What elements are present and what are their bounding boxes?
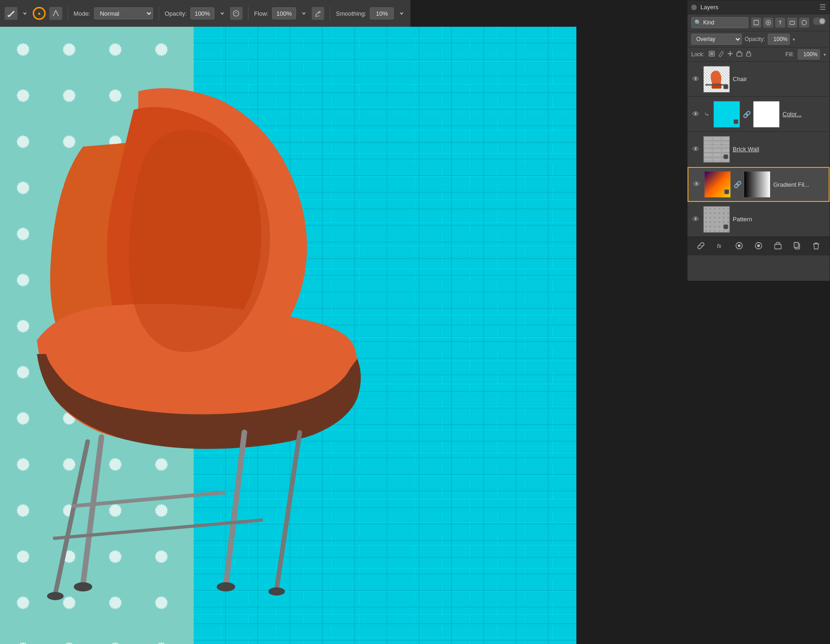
divider-2 (159, 6, 159, 20)
layer-visibility-color[interactable]: 👁 (691, 110, 700, 118)
brush-tool-icon[interactable] (5, 7, 18, 20)
toolbar: ● Mode: Normal Opacity: Flow: Smoot (0, 0, 410, 27)
svg-rect-29 (754, 20, 759, 25)
layer-chain-gradient: 🔗 (734, 181, 741, 188)
layer-name-pattern: Pattern (733, 216, 826, 223)
layer-smart-icon-pattern (723, 223, 729, 231)
brush-size-icon[interactable]: ● (33, 7, 46, 20)
layer-name-brickwall: Brick Wall (733, 146, 826, 153)
layer-row-color[interactable]: 👁 ⤷ 🔗 Color... (688, 97, 830, 132)
filter-toggle[interactable] (813, 18, 826, 25)
chair-svg (0, 54, 415, 631)
filter-adjustment-icon[interactable] (763, 18, 773, 28)
svg-rect-50 (723, 154, 728, 159)
layer-thumb-chair (703, 66, 730, 93)
opacity-value-input[interactable] (768, 34, 790, 45)
lock-paint-icon[interactable] (717, 50, 724, 59)
filter-pixel-icon[interactable] (751, 18, 761, 28)
svg-rect-32 (790, 21, 794, 24)
layer-row-brickwall[interactable]: 👁 Brick Wall (688, 132, 830, 167)
lock-artboard-icon[interactable] (736, 50, 743, 59)
svg-point-0 (7, 15, 9, 17)
chair-image (0, 54, 415, 631)
layer-visibility-pattern[interactable]: 👁 (691, 215, 700, 224)
lock-pixel-icon[interactable] (708, 50, 715, 59)
filter-icons: T (751, 18, 826, 28)
mode-label: Mode: (74, 10, 90, 17)
add-mask-icon[interactable] (752, 240, 765, 254)
layer-thumb-gradient (704, 171, 731, 198)
layer-visibility-gradient[interactable]: 👁 (692, 180, 701, 189)
kind-filter-input[interactable] (703, 19, 745, 26)
filter-smart-icon[interactable] (799, 18, 809, 28)
lock-position-icon[interactable] (727, 50, 734, 59)
layer-name-gradient: Gradient Fil... (773, 181, 825, 188)
svg-point-2 (315, 16, 317, 17)
layer-name-chair: Chair (733, 76, 826, 83)
layer-smart-icon-color (733, 118, 739, 126)
flow-menu-icon[interactable] (300, 7, 308, 20)
divider-1 (68, 6, 68, 20)
delete-layer-icon[interactable] (809, 240, 823, 254)
fill-chevron[interactable]: ▾ (824, 52, 826, 57)
svg-rect-36 (737, 53, 742, 56)
canvas-area[interactable] (0, 27, 576, 644)
brush-options-arrow[interactable] (21, 7, 30, 20)
svg-rect-37 (747, 53, 751, 56)
layer-smart-icon-gradient (724, 188, 729, 196)
duplicate-layer-icon[interactable] (790, 240, 804, 254)
svg-point-26 (268, 587, 285, 596)
svg-point-31 (767, 22, 769, 24)
layers-bottom-bar: fx (688, 237, 830, 255)
create-group-icon[interactable] (771, 240, 785, 254)
lock-all-icon[interactable] (745, 50, 752, 59)
layers-filter-bar: 🔍 T (688, 14, 830, 31)
brush-tip-icon[interactable] (49, 7, 62, 20)
layers-panel-menu-icon[interactable]: ☰ (819, 3, 826, 12)
svg-line-22 (277, 432, 300, 589)
svg-point-1 (233, 11, 239, 16)
divider-4 (330, 6, 330, 20)
svg-rect-35 (710, 52, 713, 55)
opacity-menu-icon[interactable] (218, 7, 226, 20)
blend-mode-select[interactable]: Overlay (691, 34, 742, 45)
kind-filter[interactable]: 🔍 (691, 17, 748, 28)
layer-thumb-pattern (703, 206, 730, 233)
layer-visibility-brickwall[interactable]: 👁 (691, 145, 700, 154)
layer-row-gradient[interactable]: 👁 🔗 Gradient Fil... (688, 167, 830, 202)
layer-mask-gradient (744, 171, 771, 198)
smoothing-input[interactable] (370, 7, 394, 19)
fill-value-input[interactable] (798, 49, 820, 59)
filter-type-icon[interactable]: T (775, 18, 785, 28)
layers-panel: Layers ☰ 🔍 T (687, 0, 830, 281)
layer-row-pattern[interactable]: 👁 Pattern (688, 202, 830, 237)
layers-blend-row: Overlay Opacity: ▾ (688, 31, 830, 47)
svg-rect-43 (711, 83, 721, 89)
flow-label: Flow: (254, 10, 268, 17)
airbrush-icon[interactable] (312, 7, 325, 20)
svg-rect-61 (775, 244, 781, 249)
layer-name-color: Color... (783, 111, 826, 118)
mode-select[interactable]: Normal (94, 7, 153, 19)
layer-chain-color: 🔗 (743, 111, 750, 118)
opacity-input[interactable] (190, 7, 214, 19)
lock-icons (708, 50, 782, 59)
layers-list: 👁 (688, 62, 830, 237)
filter-shape-icon[interactable] (787, 18, 797, 28)
svg-point-4 (319, 15, 320, 16)
svg-rect-46 (723, 84, 728, 89)
fx-icon[interactable]: fx (713, 240, 727, 254)
svg-rect-63 (794, 242, 799, 248)
layer-thumb-brickwall (703, 136, 730, 163)
layer-visibility-chair[interactable]: 👁 (691, 75, 700, 83)
pressure-opacity-icon[interactable] (230, 7, 243, 20)
svg-point-33 (802, 20, 806, 25)
flow-input[interactable] (272, 7, 296, 19)
link-layers-icon[interactable] (694, 240, 708, 254)
svg-line-20 (226, 432, 244, 585)
layer-row-chair[interactable]: 👁 (688, 62, 830, 97)
smoothing-menu-icon[interactable] (397, 7, 406, 20)
opacity-chevron[interactable]: ▾ (793, 37, 795, 42)
add-adjustment-icon[interactable] (732, 240, 746, 254)
panel-close-button[interactable] (691, 5, 697, 10)
